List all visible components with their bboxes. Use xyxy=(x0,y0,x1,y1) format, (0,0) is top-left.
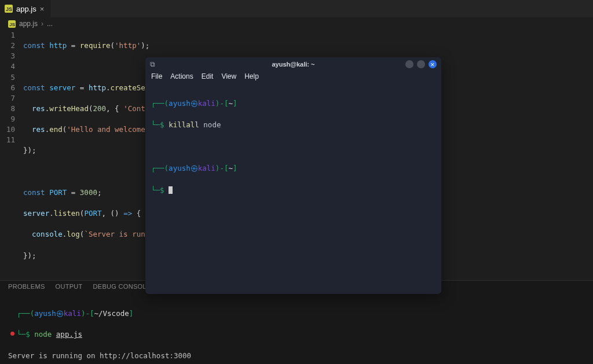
js-file-icon: JS xyxy=(8,20,16,28)
menu-help[interactable]: Help xyxy=(244,72,259,80)
terminal-body[interactable]: ┌──(ayush㉿kali)-[~] └─$ killall node ┌──… xyxy=(145,84,441,294)
tab-label: app.js xyxy=(16,5,36,13)
line-number-gutter: 1 2 3 4 5 6 7 8 9 10 11 xyxy=(0,30,23,282)
terminal-cursor xyxy=(169,186,173,194)
external-terminal-window[interactable]: ⧉ ayush@kali: ~ File Actions Edit View H… xyxy=(145,57,441,294)
breadcrumb-file: app.js xyxy=(19,20,38,28)
menu-actions[interactable]: Actions xyxy=(170,72,193,80)
terminal-titlebar[interactable]: ⧉ ayush@kali: ~ xyxy=(145,57,441,71)
close-icon[interactable]: × xyxy=(40,5,45,13)
menu-file[interactable]: File xyxy=(151,72,162,80)
tab-output[interactable]: OUTPUT xyxy=(56,283,83,292)
editor-tab-bar: JS app.js × xyxy=(0,0,593,17)
error-dot-icon xyxy=(10,332,14,336)
menu-view[interactable]: View xyxy=(221,72,236,80)
chevron-right-icon: › xyxy=(41,20,43,28)
breadcrumb[interactable]: JS app.js › ... xyxy=(0,17,593,30)
js-file-icon: JS xyxy=(5,5,13,13)
tab-debug-console[interactable]: DEBUG CONSOLE xyxy=(93,283,151,292)
vscode-terminal[interactable]: ┌──(ayush㉿kali)-[~/Vscode] └─$ node app.… xyxy=(0,296,593,364)
tab-app-js[interactable]: JS app.js × xyxy=(0,0,50,17)
terminal-menubar: File Actions Edit View Help xyxy=(145,71,441,84)
breadcrumb-rest: ... xyxy=(47,20,53,28)
menu-edit[interactable]: Edit xyxy=(202,72,214,80)
maximize-button[interactable] xyxy=(417,60,425,68)
close-button[interactable] xyxy=(429,60,437,68)
terminal-title: ayush@kali: ~ xyxy=(145,61,441,68)
tab-problems[interactable]: PROBLEMS xyxy=(8,283,45,292)
minimize-button[interactable] xyxy=(405,60,413,68)
